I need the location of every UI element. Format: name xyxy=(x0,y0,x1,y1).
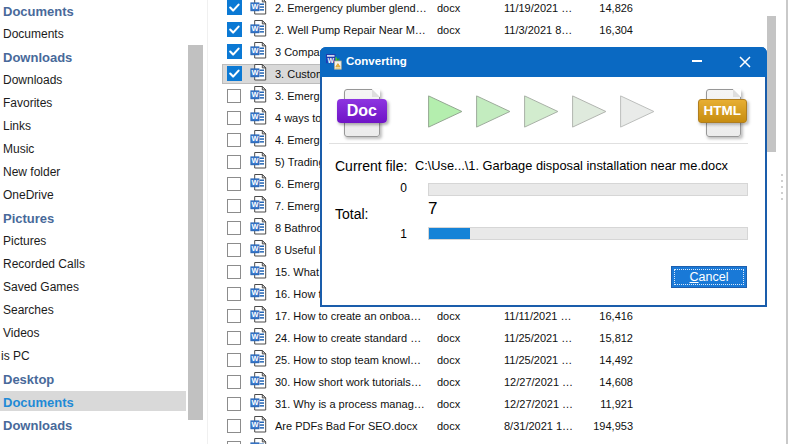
svg-text:W: W xyxy=(251,90,258,99)
svg-text:W: W xyxy=(251,112,258,121)
svg-text:W: W xyxy=(251,178,258,187)
svg-text:W: W xyxy=(251,310,258,319)
svg-text:W: W xyxy=(251,46,258,55)
svg-text:W: W xyxy=(251,200,258,209)
svg-text:W: W xyxy=(251,156,258,165)
svg-text:W: W xyxy=(251,288,258,297)
svg-text:W: W xyxy=(251,266,258,275)
svg-text:W: W xyxy=(251,2,258,11)
svg-text:W: W xyxy=(251,332,258,341)
svg-text:W: W xyxy=(251,354,258,363)
svg-text:W: W xyxy=(251,134,258,143)
svg-text:W: W xyxy=(251,398,258,407)
svg-text:W: W xyxy=(328,57,335,64)
svg-text:W: W xyxy=(251,24,258,33)
svg-text:W: W xyxy=(251,376,258,385)
svg-text:W: W xyxy=(251,222,258,231)
svg-text:W: W xyxy=(251,244,258,253)
svg-text:W: W xyxy=(251,420,258,429)
svg-text:W: W xyxy=(251,68,258,77)
